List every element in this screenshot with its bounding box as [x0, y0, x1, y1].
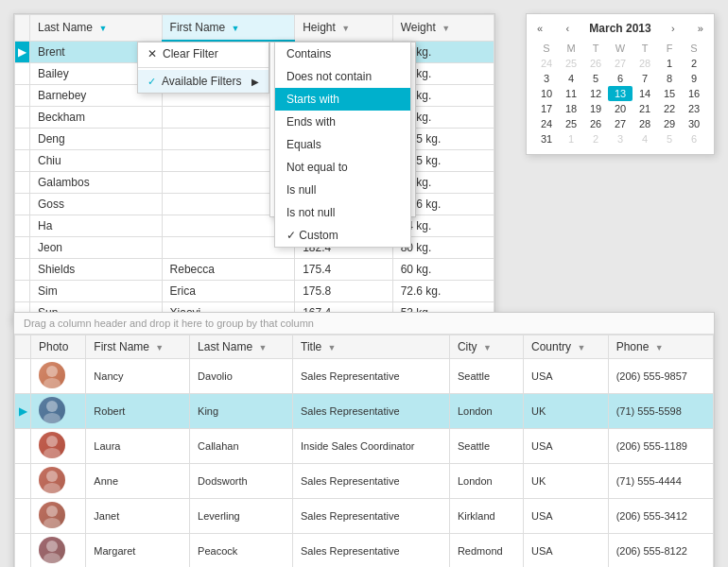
- cal-day-cell[interactable]: 22: [657, 101, 682, 116]
- cal-day-cell[interactable]: 1: [657, 56, 682, 71]
- cal-day-cell[interactable]: 4: [559, 71, 583, 86]
- cal-day-cell[interactable]: 27: [608, 56, 633, 71]
- city-filter-arrow[interactable]: ▼: [483, 343, 492, 352]
- filter-arrow-weight[interactable]: ▼: [442, 24, 450, 33]
- bottom-col-lastname[interactable]: Last Name ▼: [190, 335, 293, 359]
- fn-filter-arrow[interactable]: ▼: [155, 343, 164, 352]
- bottom-col-phone[interactable]: Phone ▼: [608, 335, 713, 359]
- cal-day-cell[interactable]: 25: [559, 116, 583, 131]
- cal-day-cell[interactable]: 24: [534, 116, 559, 131]
- bottom-col-photo[interactable]: Photo: [31, 335, 86, 359]
- cal-day-cell[interactable]: 9: [682, 71, 706, 86]
- title-filter-arrow[interactable]: ▼: [328, 343, 337, 352]
- sf-custom[interactable]: ✓ Custom: [275, 224, 410, 247]
- bottom-table-row[interactable]: NancyDavolioSales RepresentativeSeattleU…: [15, 359, 714, 394]
- top-table-row[interactable]: Jeon182.480 kg.: [15, 236, 494, 258]
- clear-filter-item[interactable]: ✕ Clear Filter: [138, 43, 269, 65]
- bottom-table-row[interactable]: MargaretPeacockSales RepresentativeRedmo…: [15, 534, 714, 568]
- cal-day-cell[interactable]: 28: [633, 116, 657, 131]
- cal-day-cell[interactable]: 6: [608, 71, 633, 86]
- cal-day-cell[interactable]: 12: [583, 86, 608, 101]
- avatar: [39, 467, 65, 493]
- cal-day-cell[interactable]: 17: [534, 101, 559, 116]
- bottom-col-firstname[interactable]: First Name ▼: [86, 335, 190, 359]
- top-table-row[interactable]: Ha176.474 kg.: [15, 215, 494, 236]
- cal-day-cell[interactable]: 10: [534, 86, 559, 101]
- phone-filter-arrow[interactable]: ▼: [655, 343, 664, 352]
- bottom-table-row[interactable]: ▶RobertKingSales RepresentativeLondonUK(…: [15, 394, 714, 429]
- next-nav[interactable]: ›: [668, 22, 678, 35]
- cal-day-cell[interactable]: 4: [633, 131, 657, 146]
- cal-day-cell[interactable]: 11: [559, 86, 583, 101]
- bottom-col-country[interactable]: Country ▼: [524, 335, 609, 359]
- bottom-col-title[interactable]: Title ▼: [293, 335, 450, 359]
- fn-col-label: First Name: [94, 340, 149, 353]
- top-table-row[interactable]: ShieldsRebecca175.460 kg.: [15, 258, 494, 280]
- cal-day-cell[interactable]: 2: [583, 131, 608, 146]
- cal-day-cell[interactable]: 2: [682, 56, 706, 71]
- next-next-nav[interactable]: »: [695, 22, 706, 35]
- title-cell: Sales Representative: [293, 534, 450, 568]
- cal-day-cell[interactable]: 25: [559, 56, 583, 71]
- cal-day-cell[interactable]: 18: [559, 101, 583, 116]
- sf-is-null[interactable]: Is null: [275, 179, 410, 201]
- cal-day-cell[interactable]: 14: [633, 86, 657, 101]
- title-cell: Sales Representative: [293, 499, 450, 534]
- cal-day-cell[interactable]: 7: [633, 71, 657, 86]
- sf-ends-with[interactable]: Ends with: [275, 111, 410, 133]
- cal-day-cell[interactable]: 23: [682, 101, 706, 116]
- prev-prev-nav[interactable]: «: [534, 22, 546, 35]
- cal-day-cell[interactable]: 29: [657, 116, 682, 131]
- country-filter-arrow[interactable]: ▼: [577, 343, 585, 352]
- cal-day-cell[interactable]: 13: [608, 86, 633, 101]
- sf-contains[interactable]: Contains: [275, 43, 410, 65]
- bottom-table-row[interactable]: AnneDodsworthSales RepresentativeLondonU…: [15, 464, 714, 499]
- top-table-row[interactable]: SimErica175.872.6 kg.: [15, 280, 494, 301]
- cal-day-cell[interactable]: 26: [583, 56, 608, 71]
- cal-day-cell[interactable]: 31: [534, 131, 559, 146]
- cal-day-cell[interactable]: 15: [657, 86, 682, 101]
- cal-day-cell[interactable]: 1: [559, 131, 583, 146]
- ln-filter-arrow[interactable]: ▼: [258, 343, 267, 352]
- top-table-row[interactable]: Galambos42 kg.: [15, 171, 494, 193]
- ends-with-label: Ends with: [286, 115, 336, 129]
- sf-does-not-contain[interactable]: Does not contain: [275, 65, 410, 88]
- cal-day-cell[interactable]: 8: [657, 71, 682, 86]
- bottom-table-row[interactable]: LauraCallahanInside Sales CoordinatorSea…: [15, 429, 714, 464]
- filter-arrow-firstname[interactable]: ▼: [232, 24, 240, 33]
- sf-is-not-null[interactable]: Is not null: [275, 201, 410, 224]
- cal-day-cell[interactable]: 3: [608, 131, 633, 146]
- cal-day-cell[interactable]: 28: [633, 56, 657, 71]
- sf-not-equal[interactable]: Not equal to: [275, 156, 410, 179]
- sf-equals[interactable]: Equals: [275, 133, 410, 156]
- cal-day-cell[interactable]: 27: [608, 116, 633, 131]
- row-indicator-cell: [15, 215, 30, 236]
- cal-day-cell[interactable]: 30: [682, 116, 706, 131]
- col-header-firstname[interactable]: First Name ▼: [162, 15, 295, 42]
- col-header-lastname[interactable]: Last Name ▼: [30, 15, 163, 42]
- cal-day-cell[interactable]: 21: [633, 101, 657, 116]
- top-table-row[interactable]: Chiu40.5 kg.: [15, 149, 494, 171]
- cal-day-cell[interactable]: 5: [657, 131, 682, 146]
- filter-arrow-lastname[interactable]: ▼: [98, 24, 107, 33]
- cal-day-cell[interactable]: 5: [583, 71, 608, 86]
- prev-nav[interactable]: ‹: [563, 22, 572, 35]
- top-table-row[interactable]: Beckham48 kg.: [15, 106, 494, 128]
- sf-starts-with[interactable]: Starts with: [275, 88, 410, 111]
- top-table-row[interactable]: Deng70.5 kg.: [15, 128, 494, 149]
- cal-day-cell[interactable]: 20: [608, 101, 633, 116]
- cal-day-cell[interactable]: 6: [682, 131, 706, 146]
- filter-arrow-height[interactable]: ▼: [341, 24, 350, 33]
- col-header-weight[interactable]: Weight ▼: [392, 15, 494, 42]
- cal-day-cell[interactable]: 3: [534, 71, 559, 86]
- col-header-height[interactable]: Height ▼: [295, 15, 393, 42]
- bottom-col-city[interactable]: City ▼: [449, 335, 523, 359]
- cal-day-cell[interactable]: 19: [583, 101, 608, 116]
- cal-day-cell[interactable]: 16: [682, 86, 706, 101]
- svg-point-7: [43, 483, 61, 493]
- top-table-row[interactable]: Goss75.6 kg.: [15, 193, 494, 215]
- cal-day-cell[interactable]: 24: [534, 56, 559, 71]
- available-filters-item[interactable]: ✓ Available Filters ▶: [138, 70, 269, 93]
- cal-day-cell[interactable]: 26: [583, 116, 608, 131]
- bottom-table-row[interactable]: JanetLeverlingSales RepresentativeKirkla…: [15, 499, 714, 534]
